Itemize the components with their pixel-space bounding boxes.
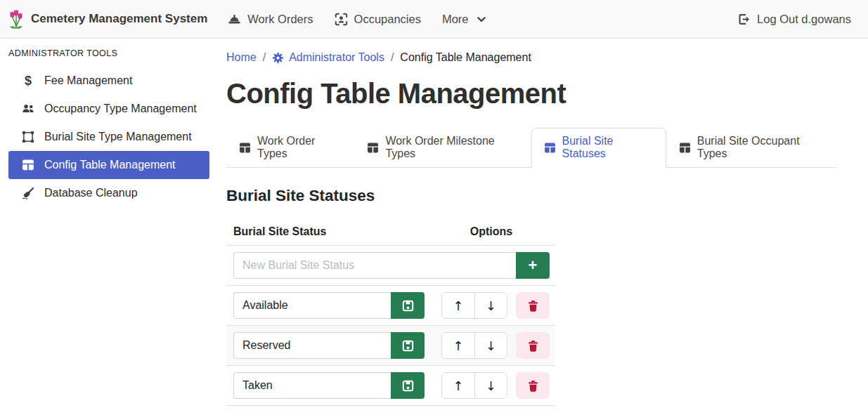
move-down-button[interactable]: ↓: [474, 373, 507, 398]
delete-status-button[interactable]: [516, 292, 550, 319]
nav-more-dropdown[interactable]: More: [432, 13, 497, 26]
config-tabs: Work Order Types Work Order Milestone Ty…: [226, 128, 836, 168]
reorder-button-group: ↑ ↓: [441, 292, 507, 319]
brand-title: Cemetery Management System: [31, 12, 207, 26]
sidebar-item-label: Occupancy Type Management: [44, 103, 197, 115]
tab-label: Work Order Types: [257, 135, 342, 160]
tab-burial-site-occupant-types[interactable]: Burial Site Occupant Types: [666, 128, 836, 168]
sidebar-header: ADMINISTRATOR TOOLS: [8, 48, 218, 58]
trash-icon: [527, 340, 539, 352]
nav-link-label: Occupancies: [354, 13, 421, 26]
sidebar-item-config-table-management[interactable]: Config Table Management: [8, 151, 209, 179]
page-title: Config Table Management: [226, 78, 836, 110]
logout-button[interactable]: Log Out d.gowans: [737, 13, 851, 26]
sidebar-item-burial-site-type-management[interactable]: Burial Site Type Management: [0, 123, 218, 151]
top-navbar: Cemetery Management System Work Orders: [0, 0, 868, 39]
add-status-button[interactable]: +: [516, 252, 550, 279]
nav-link-label: More: [442, 13, 469, 26]
delete-status-button[interactable]: [516, 332, 550, 359]
table-header-row: Burial Site Status Options: [226, 220, 555, 246]
breadcrumb-separator: /: [391, 51, 394, 64]
nav-occupancies[interactable]: Occupancies: [324, 13, 432, 26]
save-icon: [402, 300, 414, 312]
breadcrumb-current: Config Table Management: [400, 51, 531, 64]
plus-icon: +: [529, 258, 538, 273]
save-status-button[interactable]: [391, 332, 425, 359]
move-up-button[interactable]: ↑: [442, 293, 474, 318]
table-icon: [367, 142, 379, 154]
new-status-input[interactable]: [233, 252, 516, 279]
tab-label: Work Order Milestone Types: [385, 135, 518, 160]
tab-label: Burial Site Occupant Types: [697, 135, 824, 160]
reorder-button-group: ↑ ↓: [441, 372, 507, 399]
status-input[interactable]: [233, 332, 391, 359]
table-icon: [21, 159, 35, 171]
navbar-links: Work Orders Occupancies More: [217, 13, 496, 26]
table-icon: [239, 142, 251, 154]
hard-hat-icon: [228, 13, 241, 26]
save-icon: [402, 340, 414, 352]
sidebar-item-database-cleanup[interactable]: Database Cleanup: [0, 179, 218, 207]
trash-icon: [527, 380, 539, 392]
tab-burial-site-statuses[interactable]: Burial Site Statuses: [531, 128, 666, 168]
move-up-button[interactable]: ↑: [442, 373, 474, 398]
table-icon: [679, 142, 691, 154]
column-header-options: Options: [433, 225, 550, 238]
section-heading: Burial Site Statuses: [226, 187, 836, 205]
breadcrumb-home-link[interactable]: Home: [226, 51, 257, 64]
breadcrumb: Home / Administrat: [226, 51, 836, 64]
trash-icon: [527, 300, 539, 312]
sidebar-item-label: Fee Management: [44, 74, 132, 87]
tulips-logo-icon: [8, 8, 24, 29]
bounding-box-icon: [21, 131, 35, 143]
sidebar-item-label: Burial Site Type Management: [44, 131, 192, 143]
save-icon: [402, 380, 414, 392]
sidebar-item-label: Config Table Management: [44, 159, 176, 171]
nav-link-label: Work Orders: [247, 13, 313, 26]
app-brand[interactable]: Cemetery Management System: [8, 8, 207, 29]
logout-label: Log Out d.gowans: [757, 13, 851, 26]
reorder-button-group: ↑ ↓: [441, 332, 507, 359]
status-input[interactable]: [233, 292, 391, 319]
save-status-button[interactable]: [391, 292, 425, 319]
users-icon: [21, 103, 35, 115]
breadcrumb-admin-tools-link[interactable]: Administrator Tools: [272, 51, 384, 64]
table-icon: [544, 142, 556, 154]
status-table: Burial Site Status Options +: [226, 220, 555, 406]
new-status-row: +: [226, 246, 555, 286]
person-bounding-box-icon: [335, 13, 348, 26]
admin-sidebar: ADMINISTRATOR TOOLS $ Fee Management Occ…: [0, 39, 218, 415]
status-row-reserved: ↑ ↓: [226, 326, 555, 366]
breadcrumb-separator: /: [263, 51, 266, 64]
save-status-button[interactable]: [391, 372, 425, 399]
main-content: Home / Administrat: [218, 39, 868, 415]
status-input[interactable]: [233, 372, 391, 399]
chevron-down-icon: [477, 15, 486, 25]
sidebar-item-fee-management[interactable]: $ Fee Management: [0, 67, 218, 95]
logout-icon: [737, 13, 751, 26]
breadcrumb-label: Home: [226, 51, 257, 64]
tab-label: Burial Site Statuses: [562, 135, 654, 160]
nav-work-orders[interactable]: Work Orders: [217, 13, 323, 26]
status-row-taken: ↑ ↓: [226, 366, 555, 406]
sidebar-item-label: Database Cleanup: [44, 187, 138, 199]
move-down-button[interactable]: ↓: [474, 293, 507, 318]
tab-work-order-milestone-types[interactable]: Work Order Milestone Types: [354, 128, 531, 168]
sidebar-item-occupancy-type-management[interactable]: Occupancy Type Management: [0, 95, 218, 123]
status-row-available: ↑ ↓: [226, 286, 555, 326]
breadcrumb-label: Administrator Tools: [289, 51, 384, 64]
move-up-button[interactable]: ↑: [442, 333, 474, 358]
move-down-button[interactable]: ↓: [474, 333, 507, 358]
dollar-icon: $: [21, 74, 35, 87]
delete-status-button[interactable]: [516, 372, 550, 399]
tab-work-order-types[interactable]: Work Order Types: [226, 128, 354, 168]
column-header-status: Burial Site Status: [233, 225, 433, 238]
gear-icon: [272, 52, 284, 64]
broom-icon: [21, 187, 35, 199]
